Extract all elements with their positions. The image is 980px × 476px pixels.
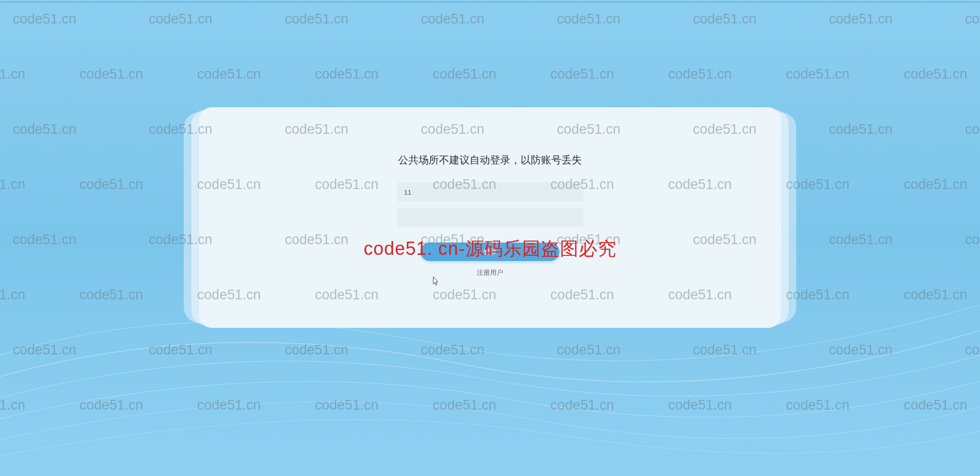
watermark-item: code51.cn <box>668 66 732 82</box>
watermark-item: code51.cn <box>149 342 212 358</box>
watermark-item: code51.cn <box>433 66 497 82</box>
watermark-item: code51.cn <box>903 397 967 413</box>
register-link[interactable]: 注册用户 <box>477 268 503 277</box>
top-border-line <box>0 2 980 3</box>
watermark-item: code51.cn <box>668 397 732 413</box>
watermark-item: code51.cn <box>13 232 77 248</box>
watermark-item: code51.cn <box>829 11 893 27</box>
watermark-item: code51.cn <box>786 397 850 413</box>
watermark-item: code51.cn <box>0 66 26 82</box>
watermark-item: code51.cn <box>693 11 756 27</box>
watermark-item: code51.cn <box>903 287 967 303</box>
watermark-item: code51.cn <box>197 397 261 413</box>
watermark-item: code51.cn <box>903 177 967 193</box>
watermark-item: code51.cn <box>421 342 484 358</box>
watermark-item: code51.cn <box>80 66 143 82</box>
watermark-item: code51.cn <box>285 342 349 358</box>
watermark-item: code51.cn <box>557 11 621 27</box>
watermark-item: code51.cn <box>80 397 143 413</box>
watermark-overlay-text: code51. cn-源码乐园盗图必究 <box>363 236 616 261</box>
watermark-item: code51.cn <box>315 66 379 82</box>
watermark-item: code51.cn <box>80 287 143 303</box>
watermark-item: code51.cn <box>550 397 614 413</box>
watermark-item: code51.cn <box>965 342 980 358</box>
watermark-item: code51.cn <box>285 11 349 27</box>
watermark-item: code51.cn <box>0 397 26 413</box>
watermark-item: code51.cn <box>149 11 212 27</box>
watermark-item: code51.cn <box>557 342 621 358</box>
watermark-item: code51.cn <box>315 397 379 413</box>
watermark-item: code51.cn <box>433 397 497 413</box>
watermark-item: code51.cn <box>13 342 77 358</box>
warning-text: 公共场所不建议自动登录，以防账号丢失 <box>398 153 582 167</box>
watermark-item: code51.cn <box>829 122 893 137</box>
watermark-item: code51.cn <box>13 122 77 137</box>
watermark-item: code51.cn <box>829 342 893 358</box>
watermark-item: code51.cn <box>786 66 850 82</box>
watermark-item: code51.cn <box>13 11 77 27</box>
login-panel-container: 公共场所不建议自动登录，以防账号丢失 登录 注册用户 <box>199 107 781 328</box>
watermark-item: code51.cn <box>965 232 980 248</box>
watermark-item: code51.cn <box>197 66 261 82</box>
password-input[interactable] <box>397 208 583 227</box>
login-panel: 公共场所不建议自动登录，以防账号丢失 登录 注册用户 <box>199 107 781 328</box>
watermark-item: code51.cn <box>0 177 26 193</box>
watermark-item: code51.cn <box>693 342 756 358</box>
watermark-item: code51.cn <box>0 287 26 303</box>
watermark-item: code51.cn <box>965 122 980 137</box>
username-input[interactable] <box>397 182 583 202</box>
watermark-item: code51.cn <box>80 177 143 193</box>
watermark-item: code51.cn <box>550 66 614 82</box>
watermark-item: code51.cn <box>965 11 980 27</box>
watermark-item: code51.cn <box>829 232 893 248</box>
watermark-item: code51.cn <box>421 11 484 27</box>
watermark-item: code51.cn <box>903 66 967 82</box>
